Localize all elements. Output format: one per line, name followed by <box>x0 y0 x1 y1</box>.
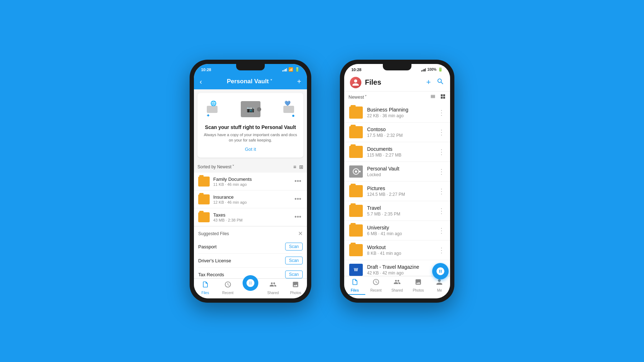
right-file-name-7: Workout <box>367 244 438 250</box>
right-file-more-3[interactable]: ⋮ <box>438 167 445 176</box>
scan-button-1[interactable]: Scan <box>285 257 303 264</box>
folder-more-0[interactable]: ••• <box>293 176 303 187</box>
right-fab-button[interactable] <box>432 263 449 279</box>
folder-meta-0: 11 KB · 46 min ago <box>213 182 293 187</box>
sort-label[interactable]: Sorted by Newest ˅ <box>197 164 234 169</box>
scan-button-2[interactable]: Scan <box>285 271 303 278</box>
vault-title[interactable]: Personal Vault ˅ <box>227 78 272 85</box>
suggested-title: Suggested Files <box>198 231 229 236</box>
grid-view-icon-right[interactable] <box>440 94 446 101</box>
right-file-item-5[interactable]: Travel 5.7 MB · 2:35 PM ⋮ <box>344 201 450 221</box>
photos-tab-label: Photos <box>290 291 301 295</box>
recent-tab-icon <box>224 281 231 290</box>
right-file-item-3[interactable]: Personal Vault Locked ⋮ <box>344 162 450 182</box>
left-tab-bar: Files Recent Shared <box>194 278 307 298</box>
folder-item-1[interactable]: Insurance 12 KB · 46 min ago ••• <box>194 190 307 208</box>
suggested-close-button[interactable]: ✕ <box>298 230 303 237</box>
right-shared-tab-icon <box>394 278 401 287</box>
right-folder-icon-0 <box>349 106 363 119</box>
right-tab-files[interactable]: Files <box>344 278 365 295</box>
right-header-title: Files <box>365 78 381 86</box>
right-file-more-5[interactable]: ⋮ <box>438 207 445 215</box>
right-app-header: Files + <box>344 74 450 91</box>
right-file-item-2[interactable]: Documents 115 MB · 2:27 MB ⋮ <box>344 142 450 162</box>
tab-scan-left[interactable] <box>239 281 262 295</box>
list-view-icon-right[interactable] <box>430 94 436 101</box>
shared-tab-label: Shared <box>267 291 279 295</box>
right-recent-tab-icon <box>372 278 380 287</box>
right-tab-photos[interactable]: Photos <box>408 278 429 295</box>
right-tab-shared[interactable]: Shared <box>386 278 408 295</box>
right-file-more-1[interactable]: ⋮ <box>438 128 445 137</box>
right-files-tab-icon <box>351 278 358 287</box>
add-button-left[interactable]: + <box>297 78 301 86</box>
right-file-meta-2: 115 MB · 2:27 MB <box>367 153 438 158</box>
right-file-item-4[interactable]: Pictures 124.5 MB · 2:27 PM ⋮ <box>344 182 450 201</box>
photos-tab-icon <box>292 281 299 290</box>
notch-right <box>383 64 411 70</box>
right-file-item-1[interactable]: Contoso 17.5 MB · 2:32 PM ⋮ <box>344 123 450 142</box>
dot-icon: ● <box>292 113 295 118</box>
svg-point-3 <box>355 170 357 173</box>
back-button[interactable]: ‹ <box>200 78 202 86</box>
right-file-name-3: Personal Vault <box>367 166 438 172</box>
right-file-item-0[interactable]: Business Planning 22 KB · 36 min ago ⋮ <box>344 103 450 123</box>
right-vault-icon <box>349 165 363 178</box>
scan-button-0[interactable]: Scan <box>285 243 303 251</box>
user-avatar[interactable] <box>350 77 361 88</box>
right-file-more-7[interactable]: ⋮ <box>438 246 445 254</box>
right-file-item-6[interactable]: University 6 MB · 41 min ago ⋮ <box>344 221 450 240</box>
banner-title: Scan your stuff right to Personal Vault <box>203 124 298 130</box>
tab-files-left[interactable]: Files <box>194 281 216 295</box>
right-file-more-6[interactable]: ⋮ <box>438 226 445 235</box>
folder-item-2[interactable]: Taxes 43 MB · 2:38 PM ••• <box>194 208 307 226</box>
add-button-right[interactable]: + <box>426 78 431 87</box>
banner-illustration: 🌐 📷 💙 ✦ ● <box>203 99 298 120</box>
search-button-right[interactable] <box>436 78 444 87</box>
scan-fab-button[interactable] <box>243 275 258 291</box>
suggested-name-2: Tax Records <box>198 272 224 277</box>
filter-bar-right: Newest ˅ <box>344 91 450 103</box>
right-photos-tab-label: Photos <box>413 288 424 292</box>
right-file-more-0[interactable]: ⋮ <box>438 108 445 117</box>
folder-more-2[interactable]: ••• <box>293 212 303 222</box>
folder-item-0[interactable]: Family Documents 11 KB · 46 min ago ••• <box>194 173 307 190</box>
right-folder-icon-1 <box>349 126 363 138</box>
globe-icon: 🌐 <box>210 100 216 106</box>
battery-icon-right: 🔋 <box>438 67 443 72</box>
right-tab-me[interactable]: Me <box>429 278 450 295</box>
folder-name-1: Insurance <box>213 194 293 200</box>
right-folder-icon-5 <box>349 205 363 217</box>
right-file-more-2[interactable]: ⋮ <box>438 148 445 156</box>
recent-tab-label: Recent <box>222 291 234 295</box>
grid-view-icon[interactable]: ⊞ <box>299 164 303 170</box>
battery-pct-right: 100% <box>427 68 436 71</box>
right-file-more-4[interactable]: ⋮ <box>438 187 445 195</box>
tab-recent-left[interactable]: Recent <box>216 281 239 295</box>
right-file-meta-1: 17.5 MB · 2:32 PM <box>367 133 438 138</box>
sort-bar-left: Sorted by Newest ˅ ≡ ⊞ <box>194 161 307 173</box>
right-file-item-7[interactable]: Workout 8 KB · 41 min ago ⋮ <box>344 240 450 260</box>
list-view-icon[interactable]: ≡ <box>293 164 296 170</box>
tab-shared-left[interactable]: Shared <box>262 281 284 295</box>
filter-label[interactable]: Newest ˅ <box>348 94 367 100</box>
right-folder-icon-6 <box>349 224 363 237</box>
right-phone: 10:28 100% 🔋 Files + <box>340 60 454 303</box>
files-tab-label: Files <box>201 291 209 295</box>
tab-photos-left[interactable]: Photos <box>284 281 307 295</box>
right-recent-tab-label: Recent <box>370 288 382 292</box>
right-file-name-4: Pictures <box>367 185 438 191</box>
folder-meta-1: 12 KB · 46 min ago <box>213 200 293 204</box>
right-file-meta-4: 124.5 MB · 2:27 PM <box>367 192 438 197</box>
right-file-meta-8: 42 KB · 42 min ago <box>367 271 438 276</box>
folder-more-1[interactable]: ••• <box>293 194 303 204</box>
got-it-button[interactable]: Got it <box>203 147 298 152</box>
right-files-tab-label: Files <box>351 288 359 292</box>
right-tab-recent[interactable]: Recent <box>365 278 386 295</box>
right-me-tab-icon <box>436 278 443 287</box>
suggested-header: Suggested Files ✕ <box>198 230 303 237</box>
wifi-icon-left: 📶 <box>288 67 293 72</box>
right-file-name-0: Business Planning <box>367 107 438 113</box>
folder-name-2: Taxes <box>213 212 293 218</box>
right-shared-tab-label: Shared <box>391 288 403 292</box>
